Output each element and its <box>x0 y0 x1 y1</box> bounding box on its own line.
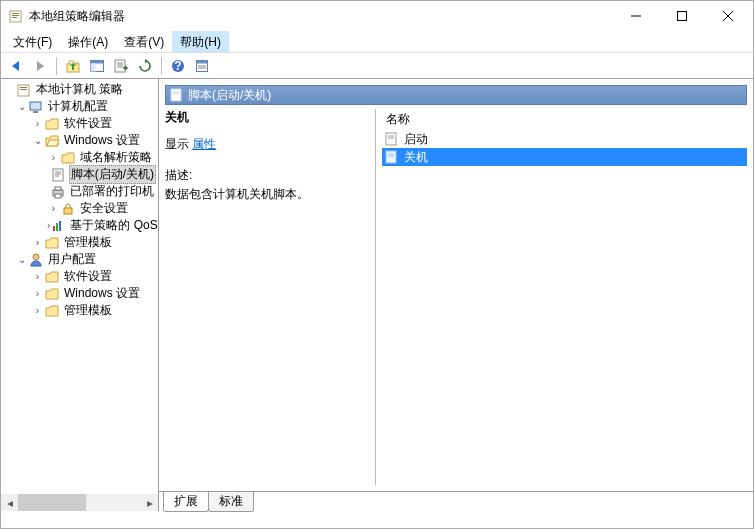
description-label: 描述: <box>165 167 371 184</box>
app-icon <box>9 9 23 23</box>
tree-admin-templates-2[interactable]: › 管理模板 <box>1 302 158 319</box>
folder-icon <box>44 286 60 302</box>
toolbar-separator <box>161 57 162 75</box>
list-item-startup[interactable]: 启动 <box>382 130 747 148</box>
toolbar-separator <box>56 57 57 75</box>
chevron-right-icon[interactable]: › <box>31 302 44 319</box>
tree-label: 计算机配置 <box>46 98 110 115</box>
svg-rect-42 <box>386 133 396 145</box>
tree-root[interactable]: 本地计算机 策略 <box>1 81 158 98</box>
svg-text:?: ? <box>174 59 181 73</box>
svg-rect-1 <box>12 13 19 14</box>
tree-label: 管理模板 <box>62 234 114 251</box>
list-item-label: 启动 <box>404 131 428 148</box>
tree-horizontal-scrollbar[interactable]: ◂ ▸ <box>1 494 158 511</box>
tab-standard[interactable]: 标准 <box>208 492 254 512</box>
close-button[interactable] <box>705 1 751 31</box>
svg-rect-33 <box>55 194 61 198</box>
svg-rect-34 <box>64 208 72 214</box>
navigation-tree[interactable]: 本地计算机 策略 ⌄ 计算机配置 › 软件设置 ⌄ Windows 设置 › 域… <box>1 79 158 321</box>
chevron-down-icon[interactable]: ⌄ <box>15 251 28 268</box>
up-button[interactable] <box>62 55 84 77</box>
svg-rect-19 <box>197 60 208 63</box>
folder-open-icon <box>44 133 60 149</box>
tree-scripts[interactable]: 脚本(启动/关机) <box>1 166 158 183</box>
script-icon <box>170 88 184 102</box>
show-label: 显示 <box>165 137 189 151</box>
chevron-right-icon[interactable]: › <box>31 234 44 251</box>
svg-rect-39 <box>171 89 181 101</box>
user-icon <box>28 252 44 268</box>
tree-label: 软件设置 <box>62 115 114 132</box>
computer-icon <box>28 99 44 115</box>
help-toolbar-button[interactable]: ? <box>167 55 189 77</box>
tree-software-settings[interactable]: › 软件设置 <box>1 115 158 132</box>
tree-deployed-printers[interactable]: 已部署的打印机 <box>1 183 158 200</box>
svg-rect-5 <box>678 12 687 21</box>
menu-action[interactable]: 操作(A) <box>60 31 116 52</box>
document-icon <box>16 82 32 98</box>
content-header-text: 脚本(启动/关机) <box>188 87 271 104</box>
script-icon <box>51 167 67 183</box>
tree-label: 本地计算机 策略 <box>34 81 125 98</box>
show-hide-tree-button[interactable] <box>86 55 108 77</box>
window-title: 本地组策略编辑器 <box>29 8 613 25</box>
tree-pane: 本地计算机 策略 ⌄ 计算机配置 › 软件设置 ⌄ Windows 设置 › 域… <box>1 79 159 511</box>
chevron-right-icon[interactable]: › <box>47 149 60 166</box>
minimize-button[interactable] <box>613 1 659 31</box>
tree-label: 脚本(启动/关机) <box>69 165 156 184</box>
scroll-right-button[interactable]: ▸ <box>141 494 158 511</box>
scroll-track[interactable] <box>18 494 141 511</box>
tree-label: 软件设置 <box>62 268 114 285</box>
tree-computer-config[interactable]: ⌄ 计算机配置 <box>1 98 158 115</box>
chart-icon <box>50 218 66 234</box>
scroll-left-button[interactable]: ◂ <box>1 494 18 511</box>
menu-help[interactable]: 帮助(H) <box>172 31 229 52</box>
svg-rect-10 <box>91 60 104 63</box>
tab-extended[interactable]: 扩展 <box>163 492 209 512</box>
chevron-down-icon[interactable]: ⌄ <box>15 98 28 115</box>
svg-rect-35 <box>53 226 55 231</box>
view-tabs: 扩展 标准 <box>159 492 753 511</box>
folder-icon <box>44 269 60 285</box>
chevron-right-icon[interactable]: › <box>31 285 44 302</box>
chevron-down-icon[interactable]: ⌄ <box>31 132 44 149</box>
window-titlebar: 本地组策略编辑器 <box>1 1 753 31</box>
menu-view[interactable]: 查看(V) <box>116 31 172 52</box>
tree-windows-settings-2[interactable]: › Windows 设置 <box>1 285 158 302</box>
svg-rect-26 <box>33 111 38 113</box>
script-icon <box>384 131 400 147</box>
maximize-button[interactable] <box>659 1 705 31</box>
tree-user-config[interactable]: ⌄ 用户配置 <box>1 251 158 268</box>
tree-qos[interactable]: › 基于策略的 QoS <box>1 217 158 234</box>
menu-file[interactable]: 文件(F) <box>5 31 60 52</box>
chevron-right-icon[interactable]: › <box>31 268 44 285</box>
tree-software-settings-2[interactable]: › 软件设置 <box>1 268 158 285</box>
column-header-name[interactable]: 名称 <box>382 109 747 130</box>
svg-rect-32 <box>55 187 61 190</box>
properties-link[interactable]: 属性 <box>192 137 216 151</box>
menubar: 文件(F) 操作(A) 查看(V) 帮助(H) <box>1 31 753 52</box>
svg-rect-36 <box>56 223 58 231</box>
tree-dns-policy[interactable]: › 域名解析策略 <box>1 149 158 166</box>
folder-icon <box>44 116 60 132</box>
folder-icon <box>60 150 76 166</box>
svg-rect-25 <box>30 102 41 110</box>
tree-security-settings[interactable]: › 安全设置 <box>1 200 158 217</box>
tree-label: 域名解析策略 <box>78 149 154 166</box>
details-column: 关机 显示 属性 描述: 数据包含计算机关机脚本。 <box>165 109 375 485</box>
description-text: 数据包含计算机关机脚本。 <box>165 186 371 203</box>
tree-windows-settings[interactable]: ⌄ Windows 设置 <box>1 132 158 149</box>
svg-rect-24 <box>20 89 27 90</box>
chevron-right-icon[interactable]: › <box>47 200 60 217</box>
tree-admin-templates[interactable]: › 管理模板 <box>1 234 158 251</box>
export-list-button[interactable] <box>110 55 132 77</box>
forward-button[interactable] <box>29 55 51 77</box>
chevron-right-icon[interactable]: › <box>31 115 44 132</box>
back-button[interactable] <box>5 55 27 77</box>
tree-label: Windows 设置 <box>62 285 142 302</box>
scroll-thumb[interactable] <box>18 494 86 511</box>
refresh-button[interactable] <box>134 55 156 77</box>
properties-button[interactable] <box>191 55 213 77</box>
list-item-shutdown[interactable]: 关机 <box>382 148 747 166</box>
